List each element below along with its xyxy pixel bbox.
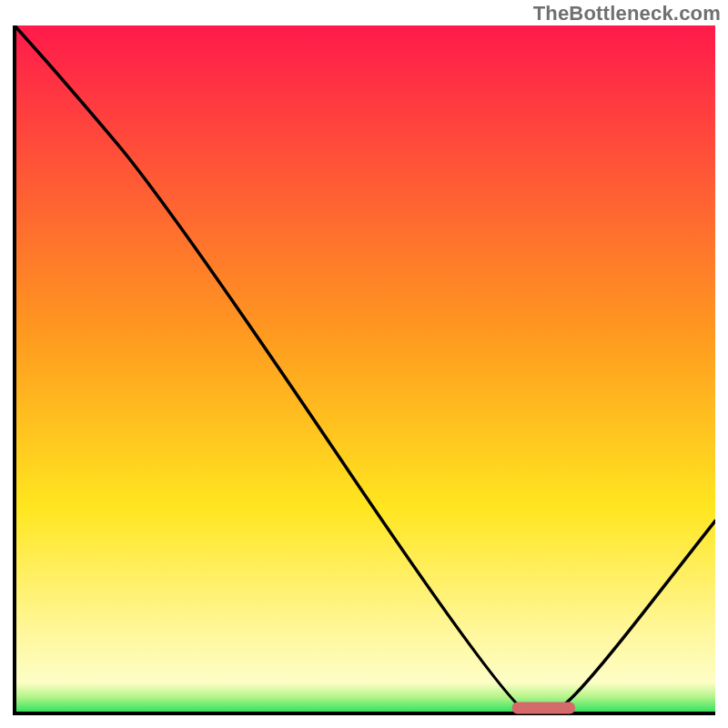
chart-plot bbox=[13, 25, 715, 717]
optimal-marker bbox=[512, 702, 575, 713]
chart-container: TheBottleneck.com bbox=[0, 0, 728, 728]
watermark-text: TheBottleneck.com bbox=[533, 2, 721, 25]
heat-background bbox=[15, 25, 715, 713]
chart-svg bbox=[13, 25, 715, 717]
